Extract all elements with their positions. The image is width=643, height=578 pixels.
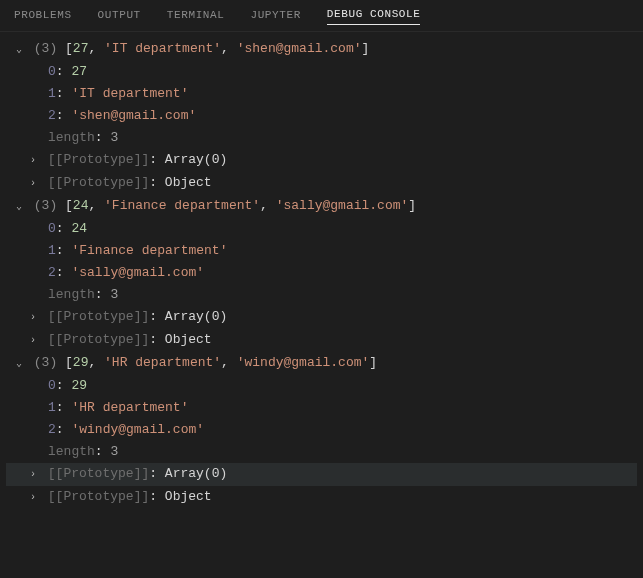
item-index: 1 bbox=[48, 397, 56, 419]
prototype-row[interactable]: › [[Prototype]]: Array(0) bbox=[6, 463, 637, 486]
chevron-right-icon[interactable]: › bbox=[26, 307, 40, 329]
panel-tabbar: PROBLEMSOUTPUTTERMINALJUPYTERDEBUG CONSO… bbox=[0, 0, 643, 32]
length-row[interactable]: length: 3 bbox=[6, 127, 637, 149]
chevron-down-icon[interactable]: ⌄ bbox=[12, 196, 26, 218]
chevron-right-icon[interactable]: › bbox=[26, 150, 40, 172]
length-label: length bbox=[48, 127, 95, 149]
chevron-right-icon[interactable]: › bbox=[26, 487, 40, 509]
item-index: 2 bbox=[48, 262, 56, 284]
summary-value: 'HR department' bbox=[104, 352, 221, 374]
array-item[interactable]: 1: 'IT department' bbox=[6, 83, 637, 105]
array-count: (3) bbox=[34, 195, 65, 217]
summary-value: 'windy@gmail.com' bbox=[237, 352, 370, 374]
prototype-row[interactable]: › [[Prototype]]: Object bbox=[6, 172, 637, 195]
item-index: 1 bbox=[48, 83, 56, 105]
console-line[interactable]: ⌄ (3) [29, 'HR department', 'windy@gmail… bbox=[6, 352, 637, 375]
item-index: 0 bbox=[48, 61, 56, 83]
prototype-label: [[Prototype]] bbox=[48, 329, 149, 351]
prototype-label: [[Prototype]] bbox=[48, 306, 149, 328]
length-value: 3 bbox=[110, 127, 118, 149]
tab-debug-console[interactable]: DEBUG CONSOLE bbox=[327, 8, 421, 25]
length-row[interactable]: length: 3 bbox=[6, 284, 637, 306]
array-item[interactable]: 0: 27 bbox=[6, 61, 637, 83]
chevron-right-icon[interactable]: › bbox=[26, 330, 40, 352]
summary-value: 'shen@gmail.com' bbox=[237, 38, 362, 60]
prototype-value: Array(0) bbox=[165, 306, 227, 328]
summary-value: 24 bbox=[73, 195, 89, 217]
array-count: (3) bbox=[34, 352, 65, 374]
prototype-label: [[Prototype]] bbox=[48, 463, 149, 485]
length-value: 3 bbox=[110, 284, 118, 306]
item-index: 0 bbox=[48, 218, 56, 240]
summary-value: 29 bbox=[73, 352, 89, 374]
array-item[interactable]: 1: 'Finance department' bbox=[6, 240, 637, 262]
chevron-right-icon[interactable]: › bbox=[26, 173, 40, 195]
console-line[interactable]: ⌄ (3) [27, 'IT department', 'shen@gmail.… bbox=[6, 38, 637, 61]
item-index: 2 bbox=[48, 419, 56, 441]
array-item[interactable]: 2: 'sally@gmail.com' bbox=[6, 262, 637, 284]
tab-problems[interactable]: PROBLEMS bbox=[14, 9, 72, 25]
array-item[interactable]: 1: 'HR department' bbox=[6, 397, 637, 419]
prototype-value: Object bbox=[165, 486, 212, 508]
console-line[interactable]: ⌄ (3) [24, 'Finance department', 'sally@… bbox=[6, 195, 637, 218]
tab-output[interactable]: OUTPUT bbox=[98, 9, 141, 25]
prototype-label: [[Prototype]] bbox=[48, 172, 149, 194]
length-row[interactable]: length: 3 bbox=[6, 441, 637, 463]
tab-jupyter[interactable]: JUPYTER bbox=[250, 9, 300, 25]
summary-value: 27 bbox=[73, 38, 89, 60]
prototype-value: Array(0) bbox=[165, 463, 227, 485]
length-label: length bbox=[48, 284, 95, 306]
prototype-value: Array(0) bbox=[165, 149, 227, 171]
prototype-value: Object bbox=[165, 329, 212, 351]
item-value: 'shen@gmail.com' bbox=[71, 105, 196, 127]
array-count: (3) bbox=[34, 38, 65, 60]
item-index: 0 bbox=[48, 375, 56, 397]
prototype-row[interactable]: › [[Prototype]]: Array(0) bbox=[6, 149, 637, 172]
chevron-right-icon[interactable]: › bbox=[26, 464, 40, 486]
prototype-row[interactable]: › [[Prototype]]: Array(0) bbox=[6, 306, 637, 329]
prototype-label: [[Prototype]] bbox=[48, 486, 149, 508]
prototype-row[interactable]: › [[Prototype]]: Object bbox=[6, 486, 637, 509]
item-value: 24 bbox=[71, 218, 87, 240]
item-value: 'Finance department' bbox=[71, 240, 227, 262]
summary-value: 'Finance department' bbox=[104, 195, 260, 217]
array-item[interactable]: 2: 'shen@gmail.com' bbox=[6, 105, 637, 127]
item-value: 'windy@gmail.com' bbox=[71, 419, 204, 441]
array-item[interactable]: 0: 24 bbox=[6, 218, 637, 240]
item-index: 1 bbox=[48, 240, 56, 262]
tab-terminal[interactable]: TERMINAL bbox=[167, 9, 225, 25]
length-label: length bbox=[48, 441, 95, 463]
item-value: 'HR department' bbox=[71, 397, 188, 419]
prototype-label: [[Prototype]] bbox=[48, 149, 149, 171]
array-item[interactable]: 2: 'windy@gmail.com' bbox=[6, 419, 637, 441]
item-value: 27 bbox=[71, 61, 87, 83]
item-value: 'IT department' bbox=[71, 83, 188, 105]
debug-console-output: ⌄ (3) [27, 'IT department', 'shen@gmail.… bbox=[0, 32, 643, 515]
summary-value: 'IT department' bbox=[104, 38, 221, 60]
length-value: 3 bbox=[110, 441, 118, 463]
array-item[interactable]: 0: 29 bbox=[6, 375, 637, 397]
chevron-down-icon[interactable]: ⌄ bbox=[12, 39, 26, 61]
summary-value: 'sally@gmail.com' bbox=[276, 195, 409, 217]
item-index: 2 bbox=[48, 105, 56, 127]
item-value: 'sally@gmail.com' bbox=[71, 262, 204, 284]
chevron-down-icon[interactable]: ⌄ bbox=[12, 353, 26, 375]
prototype-value: Object bbox=[165, 172, 212, 194]
item-value: 29 bbox=[71, 375, 87, 397]
prototype-row[interactable]: › [[Prototype]]: Object bbox=[6, 329, 637, 352]
